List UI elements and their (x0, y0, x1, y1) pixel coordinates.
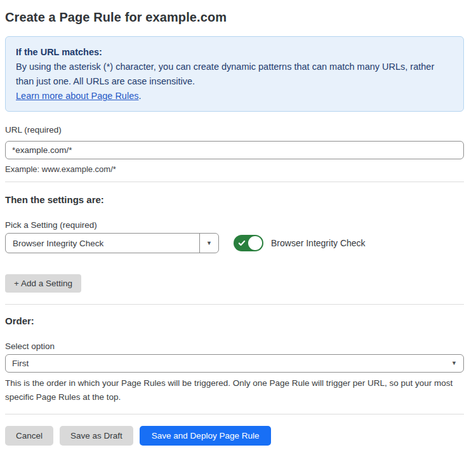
order-help-text: This is the order in which your Page Rul… (5, 376, 464, 404)
divider (5, 414, 464, 414)
setting-select[interactable]: Browser Integrity Check ▼ (5, 233, 219, 253)
order-section-heading: Order: (5, 315, 464, 327)
url-label: URL (required) (5, 125, 464, 135)
learn-more-link[interactable]: Learn more about Page Rules (16, 91, 138, 101)
learn-more-link-suffix: . (138, 91, 141, 101)
info-box-heading: If the URL matches: (16, 45, 453, 60)
settings-section-heading: Then the settings are: (5, 194, 464, 206)
url-match-info-box: If the URL matches: By using the asteris… (5, 36, 464, 112)
url-input[interactable] (5, 141, 464, 159)
chevron-down-icon: ▼ (206, 241, 212, 246)
divider (5, 304, 464, 305)
order-select[interactable]: First ▼ (5, 354, 464, 373)
save-draft-button[interactable]: Save as Draft (60, 426, 133, 446)
page-title: Create a Page Rule for example.com (5, 10, 464, 25)
create-page-rule-panel: Create a Page Rule for example.com If th… (0, 0, 476, 446)
setting-select-arrow-button[interactable]: ▼ (199, 234, 218, 253)
action-button-row: Cancel Save as Draft Save and Deploy Pag… (5, 426, 464, 446)
divider (5, 182, 464, 182)
setting-toggle-label: Browser Integrity Check (271, 238, 366, 248)
chevron-down-icon: ▼ (451, 361, 457, 366)
setting-row: Browser Integrity Check ▼ Browser Integr… (5, 233, 464, 253)
setting-picker-label: Pick a Setting (required) (5, 220, 464, 230)
url-field-group: URL (required) Example: www.example.com/… (5, 125, 464, 174)
cancel-button[interactable]: Cancel (5, 426, 53, 446)
check-icon (238, 239, 246, 247)
setting-toggle[interactable] (234, 235, 263, 251)
order-select-value: First (12, 359, 29, 368)
info-box-link-line: Learn more about Page Rules. (16, 89, 453, 103)
info-box-body: By using the asterisk (*) character, you… (16, 60, 453, 89)
url-example-hint: Example: www.example.com/* (5, 164, 464, 174)
order-select-label: Select option (5, 341, 464, 352)
add-setting-button[interactable]: + Add a Setting (5, 274, 81, 293)
setting-select-value: Browser Integrity Check (6, 239, 103, 248)
save-deploy-button[interactable]: Save and Deploy Page Rule (140, 426, 272, 446)
toggle-knob (248, 236, 262, 250)
